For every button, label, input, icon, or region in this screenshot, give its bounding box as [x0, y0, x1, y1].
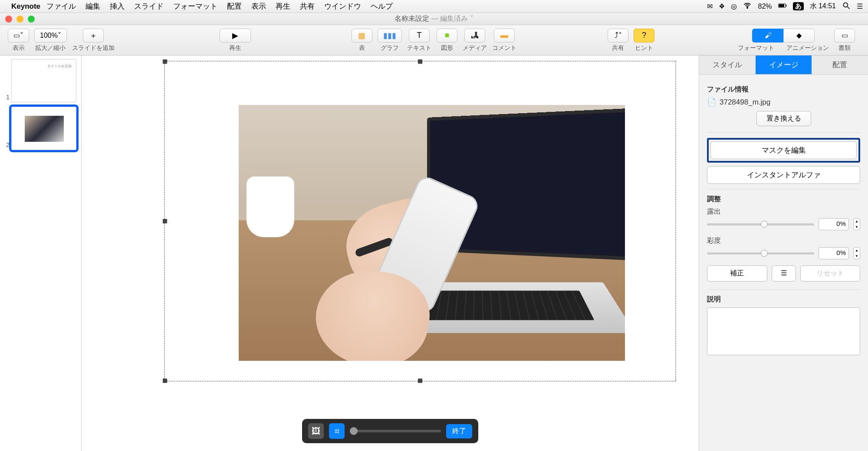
format-tab-button[interactable]: 🖌	[752, 29, 783, 42]
zoom-button[interactable]: 100% ˅	[34, 29, 67, 42]
exposure-stepper[interactable]: ▲▼	[853, 218, 860, 230]
wifi-icon[interactable]	[743, 1, 752, 12]
slide-image[interactable]	[239, 105, 625, 361]
media-button[interactable]: 🏞	[464, 29, 485, 42]
saturation-value[interactable]: 0%	[819, 247, 849, 259]
safari-menubar-icon[interactable]: ◎	[731, 2, 737, 10]
description-textarea[interactable]	[707, 307, 860, 355]
add-slide-label: スライドを追加	[72, 44, 115, 52]
menu-edit[interactable]: 編集	[85, 1, 100, 11]
add-slide-button[interactable]: ＋	[83, 29, 104, 42]
share-button[interactable]: ⤴ ˅	[608, 29, 628, 42]
replace-image-button[interactable]: 置き換える	[756, 111, 811, 126]
menu-help[interactable]: ヘルプ	[371, 1, 393, 11]
animation-tab-button[interactable]: ◆	[783, 29, 815, 42]
format-inspector: スタイル イメージ 配置 ファイル情報 📄 3728498_m.jpg 置き換え…	[699, 56, 868, 451]
chart-icon: ▮▮▮	[383, 31, 396, 40]
instant-alpha-button[interactable]: インスタントアルファ	[707, 166, 860, 184]
question-icon: ?	[642, 31, 646, 40]
dropbox-menubar-icon[interactable]: ❖	[719, 2, 725, 10]
gmail-menubar-icon[interactable]: ✉	[707, 2, 713, 10]
menu-play[interactable]: 再生	[276, 1, 290, 11]
shape-button[interactable]: ■	[437, 29, 457, 42]
inspector-tab-image[interactable]: イメージ	[756, 56, 812, 74]
adjust-settings-button[interactable]: ☰	[772, 265, 796, 281]
sidebar-icon: ▭	[13, 31, 20, 39]
fullscreen-window-button[interactable]	[28, 16, 35, 23]
share-icon: ⤴	[615, 31, 618, 40]
sliders-icon: ☰	[781, 269, 787, 277]
minimize-window-button[interactable]	[16, 16, 23, 23]
menu-slide[interactable]: スライド	[134, 1, 164, 11]
app-menu[interactable]: Keynote	[11, 2, 40, 11]
image-mode-icon[interactable]: 🖼	[308, 423, 324, 439]
menu-format[interactable]: フォーマット	[173, 1, 217, 11]
slider-knob[interactable]	[761, 250, 768, 257]
chart-button[interactable]: ▮▮▮	[378, 29, 402, 42]
resize-handle[interactable]	[418, 379, 422, 383]
reset-button[interactable]: リセット	[800, 265, 861, 281]
resize-handle[interactable]	[163, 379, 167, 383]
slide-thumbnail-1[interactable]: タイトルを追加	[11, 59, 76, 102]
menu-file[interactable]: ファイル	[46, 1, 76, 11]
edit-mask-highlight: マスクを編集	[707, 138, 860, 163]
mask-edit-popup: 🖼 ⌗ 終了	[302, 419, 478, 443]
document-subtitle[interactable]: — 編集済み ˅	[431, 15, 473, 22]
saturation-slider[interactable]	[707, 252, 814, 255]
exposure-label: 露出	[707, 207, 860, 216]
slider-knob[interactable]	[350, 427, 358, 435]
media-icon: 🏞	[471, 31, 479, 40]
enhance-button[interactable]: 補正	[707, 265, 767, 281]
play-button[interactable]: ▶	[220, 29, 251, 42]
document-title: 名称未設定	[395, 15, 429, 22]
comment-button[interactable]: ▬	[494, 29, 515, 42]
adjust-heading: 調整	[707, 195, 860, 204]
resize-handle[interactable]	[163, 219, 167, 223]
edit-mask-button[interactable]: マスクを編集	[710, 141, 857, 159]
slide-number: 1	[3, 94, 10, 101]
resize-handle[interactable]	[163, 59, 167, 64]
shape-icon: ■	[444, 31, 449, 40]
resize-handle[interactable]	[418, 59, 422, 64]
slide-canvas[interactable]: 🖼 ⌗ 終了	[82, 56, 699, 451]
spotlight-icon[interactable]	[842, 1, 851, 12]
mask-selection-frame[interactable]	[164, 61, 676, 382]
exposure-slider[interactable]	[707, 223, 814, 226]
diamond-icon: ◆	[796, 31, 802, 39]
svg-line-5	[848, 7, 850, 9]
inspector-tab-arrange[interactable]: 配置	[812, 56, 868, 74]
view-button[interactable]: ▭ ˅	[8, 29, 29, 42]
plus-icon: ＋	[89, 30, 97, 41]
menu-window[interactable]: ウインドウ	[324, 1, 361, 11]
svg-rect-2	[779, 4, 784, 7]
menu-insert[interactable]: 挿入	[110, 1, 125, 11]
crop-mode-icon[interactable]: ⌗	[329, 423, 345, 439]
slide-navigator[interactable]: 1 タイトルを追加 2	[0, 56, 82, 451]
text-button[interactable]: T	[409, 29, 430, 42]
document-tab-button[interactable]: ▭	[834, 29, 855, 42]
menubar-clock[interactable]: 水 14:51	[810, 2, 836, 11]
slider-knob[interactable]	[761, 221, 768, 228]
menu-arrange[interactable]: 配置	[227, 1, 242, 11]
mask-zoom-slider[interactable]	[350, 430, 441, 432]
table-button[interactable]: ▦	[352, 29, 372, 42]
inspector-tab-style[interactable]: スタイル	[699, 56, 756, 74]
battery-percent: 82%	[758, 3, 772, 10]
fileinfo-heading: ファイル情報	[707, 85, 860, 94]
saturation-label: 彩度	[707, 236, 860, 245]
play-label: 再生	[229, 44, 241, 52]
battery-icon[interactable]	[778, 1, 787, 12]
view-label: 表示	[13, 44, 25, 52]
list-menubar-icon[interactable]: ☰	[857, 2, 863, 10]
exposure-value[interactable]: 0%	[819, 218, 849, 230]
svg-rect-3	[786, 4, 786, 6]
menu-view[interactable]: 表示	[251, 1, 266, 11]
saturation-stepper[interactable]: ▲▼	[853, 247, 860, 259]
slide-thumbnail-2[interactable]	[11, 107, 76, 150]
ime-indicator[interactable]: あ	[793, 2, 804, 10]
zoom-label: 拡大／縮小	[35, 44, 66, 52]
hint-button[interactable]: ?	[634, 29, 654, 42]
close-window-button[interactable]	[5, 16, 12, 23]
menu-share[interactable]: 共有	[300, 1, 315, 11]
mask-done-button[interactable]: 終了	[446, 424, 472, 438]
